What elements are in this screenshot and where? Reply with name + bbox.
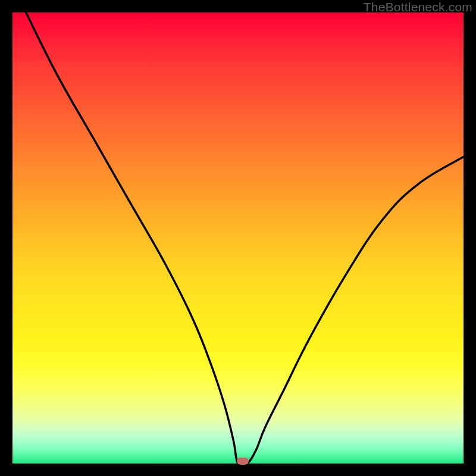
chart-frame — [12, 12, 464, 464]
optimal-point-marker — [237, 458, 249, 465]
bottleneck-curve — [12, 12, 464, 464]
watermark-text: TheBottleneck.com — [364, 0, 472, 14]
